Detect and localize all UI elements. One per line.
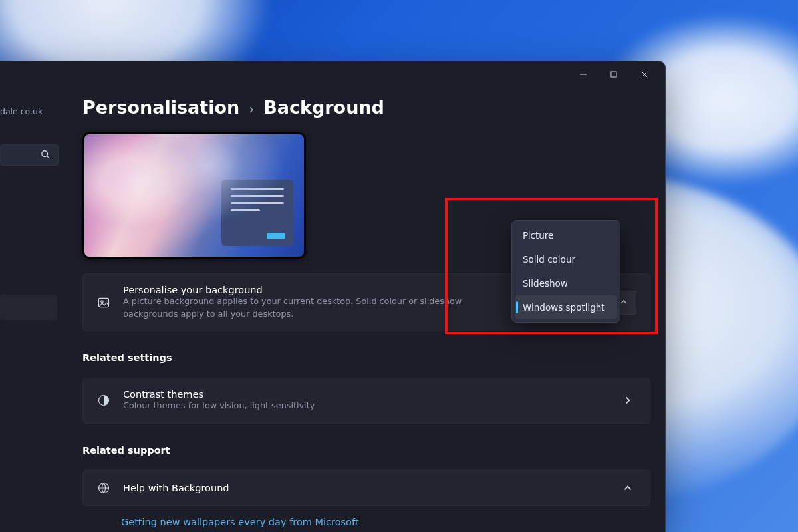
chevron-right-icon: › bbox=[249, 101, 254, 117]
svg-rect-0 bbox=[611, 72, 616, 77]
preview-window-mock bbox=[221, 180, 293, 246]
breadcrumb: Personalisation › Background bbox=[82, 97, 650, 118]
background-type-menu: Picture Solid colour Slideshow Windows s… bbox=[511, 220, 620, 323]
window-titlebar bbox=[0, 61, 665, 88]
search-input[interactable] bbox=[0, 144, 59, 166]
picture-icon bbox=[96, 296, 111, 309]
background-preview bbox=[82, 132, 306, 259]
svg-point-3 bbox=[101, 300, 103, 302]
chevron-right-icon bbox=[623, 396, 636, 405]
breadcrumb-parent[interactable]: Personalisation bbox=[82, 97, 239, 118]
help-link-new-wallpapers[interactable]: Getting new wallpapers every day from Mi… bbox=[121, 517, 358, 527]
dropdown-option-spotlight[interactable]: Windows spotlight bbox=[515, 295, 617, 319]
dropdown-option-slideshow[interactable]: Slideshow bbox=[515, 271, 617, 295]
window-maximize-button[interactable] bbox=[598, 64, 629, 85]
sidebar: dale.co.uk bbox=[0, 88, 60, 532]
dropdown-option-solid[interactable]: Solid colour bbox=[515, 247, 617, 271]
related-support-heading: Related support bbox=[82, 445, 650, 456]
contrast-themes-row[interactable]: Contrast themes Colour themes for low vi… bbox=[82, 378, 650, 424]
window-minimize-button[interactable] bbox=[568, 64, 598, 85]
sidebar-nav-item-active[interactable] bbox=[0, 295, 57, 320]
personalise-background-row: Personalise your background A picture ba… bbox=[82, 273, 650, 331]
help-with-background-row[interactable]: Help with Background bbox=[82, 470, 650, 506]
contrast-icon bbox=[96, 394, 111, 407]
contrast-themes-title: Contrast themes bbox=[123, 389, 611, 400]
contrast-themes-desc: Colour themes for low vision, light sens… bbox=[123, 400, 495, 412]
settings-content: Personalisation › Background Personalise… bbox=[60, 88, 665, 532]
related-settings-heading: Related settings bbox=[82, 352, 650, 363]
help-background-title: Help with Background bbox=[123, 483, 611, 493]
svg-point-1 bbox=[42, 150, 48, 156]
dropdown-option-picture[interactable]: Picture bbox=[515, 223, 617, 247]
chevron-up-icon bbox=[623, 483, 636, 493]
search-icon bbox=[41, 149, 50, 162]
settings-window: dale.co.uk Personalisation › Background bbox=[0, 61, 665, 532]
account-email: dale.co.uk bbox=[0, 106, 60, 126]
personalise-title: Personalise your background bbox=[123, 285, 505, 295]
chevron-up-icon bbox=[620, 296, 628, 309]
breadcrumb-current: Background bbox=[263, 97, 384, 118]
window-close-button[interactable] bbox=[629, 64, 660, 85]
help-sub-links: Getting new wallpapers every day from Mi… bbox=[82, 506, 650, 532]
personalise-desc: A picture background applies to your cur… bbox=[123, 295, 495, 320]
globe-icon bbox=[96, 481, 111, 495]
